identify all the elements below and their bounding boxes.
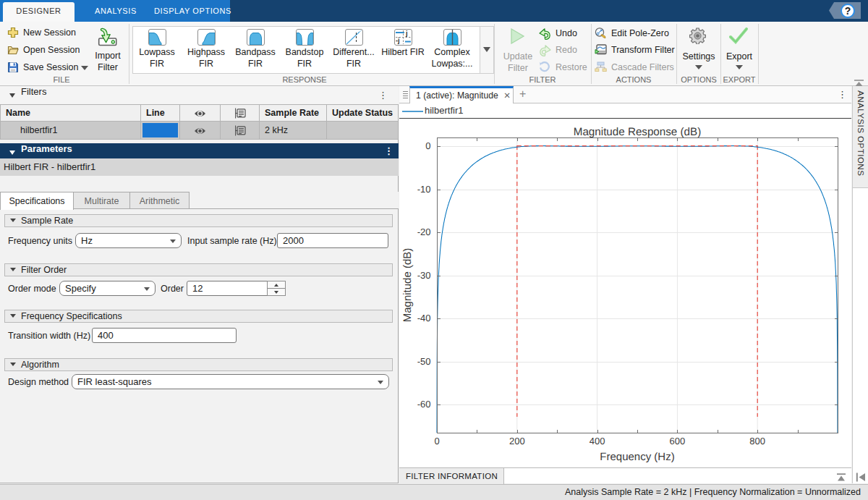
- svg-text:800: 800: [749, 436, 765, 446]
- svg-text:-40: -40: [417, 313, 431, 323]
- svg-text:0: 0: [425, 140, 430, 151]
- svg-text:-50: -50: [417, 356, 431, 367]
- svg-text:-10: -10: [417, 184, 431, 195]
- svg-text:Magnitude (dB): Magnitude (dB): [401, 248, 414, 323]
- svg-text:-30: -30: [417, 270, 431, 281]
- svg-text:400: 400: [590, 436, 605, 446]
- svg-text:Frequency (Hz): Frequency (Hz): [600, 451, 674, 463]
- svg-text:-20: -20: [417, 226, 431, 237]
- svg-text:j: j: [405, 30, 408, 37]
- svg-text:600: 600: [670, 436, 686, 446]
- svg-text:0: 0: [434, 436, 439, 446]
- svg-text:-j: -j: [396, 37, 400, 44]
- svg-text:Magnitude Response (dB): Magnitude Response (dB): [574, 126, 701, 138]
- svg-text:-60: -60: [417, 399, 431, 410]
- svg-text:200: 200: [509, 436, 525, 446]
